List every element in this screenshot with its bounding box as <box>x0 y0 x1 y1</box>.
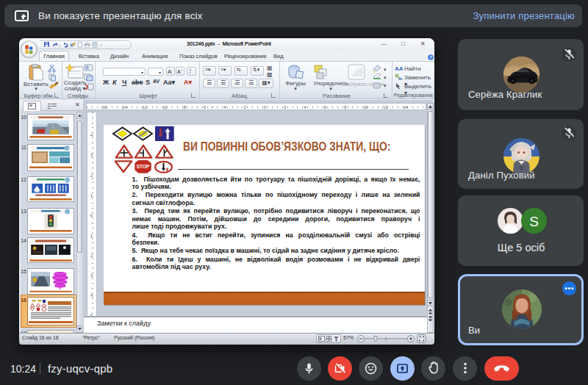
svg-text:˅: ˅ <box>59 44 61 48</box>
svg-text:ab: ab <box>398 76 403 81</box>
svg-text:STOP: STOP <box>137 164 150 169</box>
svg-text:˅: ˅ <box>100 43 102 48</box>
svg-text:S: S <box>529 214 539 229</box>
svg-text:АА: АА <box>395 65 403 72</box>
svg-text:▾: ▾ <box>384 83 387 88</box>
svg-text:▾: ▾ <box>384 67 387 72</box>
svg-text:▾: ▾ <box>384 75 387 80</box>
svg-text:?: ? <box>429 55 432 60</box>
